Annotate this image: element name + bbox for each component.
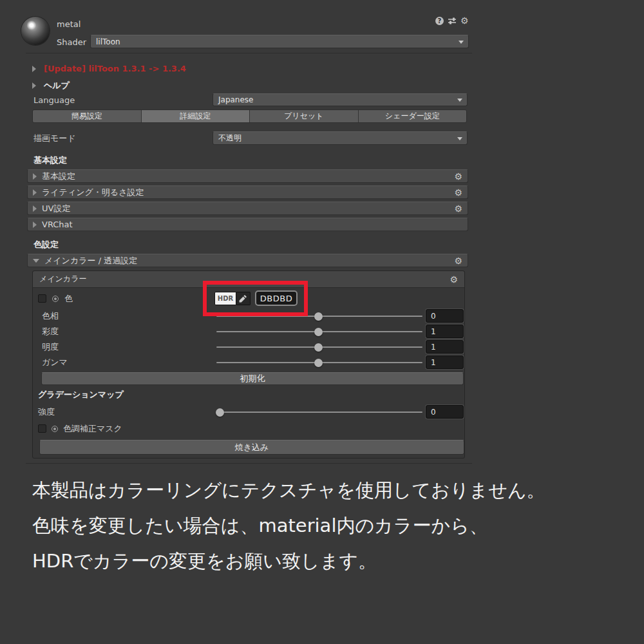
material-preview-sphere	[21, 17, 50, 45]
update-label: [Update] lilToon 1.3.1 -> 1.3.4	[44, 64, 186, 73]
hue-value-field[interactable]: 0	[426, 309, 464, 323]
brightness-value-field[interactable]: 1	[426, 340, 464, 354]
foldout-arrow-icon	[33, 173, 37, 180]
texture-slot-icon[interactable]	[52, 296, 59, 302]
texture-slot-icon[interactable]	[52, 426, 58, 432]
foldout-uv-settings[interactable]: UV設定 ⚙	[27, 202, 468, 215]
saturation-value-field[interactable]: 1	[426, 325, 464, 338]
saturation-slider[interactable]	[216, 324, 422, 339]
settings-tab-bar: 簡易設定 詳細設定 プリセット シェーダー設定	[32, 109, 467, 123]
slider-thumb[interactable]	[314, 328, 323, 336]
language-dropdown[interactable]: Japanese	[213, 93, 468, 106]
material-name: metal	[57, 20, 80, 28]
reset-button[interactable]: 初期化	[41, 372, 464, 385]
foldout-label: VRChat	[42, 220, 73, 229]
slider-label: 明度	[42, 343, 59, 351]
tab-shader-settings[interactable]: シェーダー設定	[359, 110, 467, 122]
slider-thumb[interactable]	[314, 359, 323, 367]
slider-track[interactable]	[216, 412, 422, 413]
color-checkbox[interactable]	[38, 294, 46, 303]
render-mode-dropdown-value: 不透明	[218, 133, 242, 144]
slider-thumb[interactable]	[314, 343, 323, 352]
brightness-slider-row: 明度 1	[42, 339, 464, 355]
shader-dropdown[interactable]: lilToon	[90, 35, 469, 48]
slider-label: ガンマ	[42, 358, 68, 366]
slider-thumb[interactable]	[314, 312, 323, 321]
foldout-expanded-arrow-icon	[33, 259, 39, 263]
foldout-arrow-icon	[32, 66, 36, 72]
slider-value: 0	[431, 408, 436, 417]
color-row: 色	[38, 294, 73, 303]
gear-icon[interactable]: ⚙	[454, 256, 462, 265]
foldout-lighting-settings[interactable]: ライティング・明るさ設定 ⚙	[27, 185, 468, 199]
slider-value: 1	[431, 358, 436, 367]
note-line-1: 本製品はカラーリングにテクスチャを使用しておりません。	[32, 481, 545, 500]
foldout-vrchat[interactable]: VRChat	[27, 218, 468, 231]
note-line-3: HDRでカラーの変更をお願い致します。	[32, 552, 377, 571]
header-divider	[26, 53, 472, 53]
chevron-down-icon	[457, 137, 462, 140]
foldout-label: 基本設定	[42, 171, 75, 182]
help-foldout[interactable]: ヘルプ	[32, 80, 70, 91]
gear-icon[interactable]: ⚙	[454, 172, 462, 181]
slider-value: 0	[431, 312, 436, 321]
screenshot-root: metal ? ⚙ Shader lilToon [Update] lilToo…	[0, 0, 644, 644]
language-label: Language	[33, 96, 75, 104]
mask-row: 色調補正マスク	[38, 424, 122, 433]
slider-label: 彩度	[42, 327, 59, 336]
bake-button[interactable]: 焼き込み	[39, 440, 464, 455]
slider-label: 色相	[42, 312, 59, 320]
gamma-slider[interactable]	[216, 355, 422, 370]
render-mode-label: 描画モード	[33, 134, 76, 142]
tab-advanced-settings[interactable]: 詳細設定	[142, 110, 251, 122]
chevron-down-icon	[457, 99, 462, 102]
saturation-slider-row: 彩度 1	[42, 324, 464, 339]
slider-value: 1	[431, 343, 436, 352]
gradient-map-title: グラデーションマップ	[38, 390, 124, 399]
mask-checkbox[interactable]	[38, 424, 46, 433]
annotation-highlight-box	[203, 281, 308, 316]
bake-button-label: 焼き込み	[235, 442, 269, 453]
update-foldout[interactable]: [Update] lilToon 1.3.1 -> 1.3.4	[32, 64, 186, 73]
foldout-arrow-icon	[33, 205, 37, 212]
strength-slider-row: 強度 0	[38, 404, 464, 420]
gear-icon[interactable]: ⚙	[454, 188, 462, 197]
header-icon-group: ? ⚙	[435, 16, 469, 25]
tab-simple-settings[interactable]: 簡易設定	[33, 110, 142, 122]
slider-label: 強度	[38, 408, 55, 416]
chevron-down-icon	[459, 41, 464, 44]
inspector-bottom-divider	[26, 463, 472, 464]
strength-slider[interactable]	[216, 404, 422, 420]
slider-thumb[interactable]	[216, 408, 224, 417]
tab-presets[interactable]: プリセット	[250, 110, 359, 122]
reset-button-label: 初期化	[240, 373, 265, 384]
brightness-slider[interactable]	[216, 339, 422, 355]
mask-label: 色調補正マスク	[63, 424, 122, 433]
foldout-arrow-icon	[32, 82, 36, 89]
gamma-value-field[interactable]: 1	[426, 355, 464, 369]
foldout-arrow-icon	[33, 189, 37, 196]
slider-value: 1	[431, 327, 436, 336]
panel-title: メインカラー	[39, 274, 86, 285]
foldout-base-settings[interactable]: 基本設定 ⚙	[27, 169, 468, 183]
foldout-label: UV設定	[42, 203, 70, 214]
shader-dropdown-value: lilToon	[96, 37, 120, 46]
render-mode-dropdown[interactable]: 不透明	[213, 131, 468, 145]
color-section-title: 色設定	[33, 240, 59, 249]
foldout-arrow-icon	[33, 222, 37, 228]
language-dropdown-value: Japanese	[218, 95, 254, 104]
preset-icon[interactable]	[448, 17, 457, 25]
strength-value-field[interactable]: 0	[426, 405, 464, 419]
gear-icon[interactable]: ⚙	[450, 275, 458, 284]
gear-icon[interactable]: ⚙	[454, 204, 462, 213]
color-label: 色	[64, 294, 73, 303]
shader-label: Shader	[57, 38, 86, 46]
help-icon[interactable]: ?	[435, 17, 444, 25]
gear-icon[interactable]: ⚙	[460, 16, 469, 25]
foldout-label: ライティング・明るさ設定	[42, 187, 144, 198]
help-label: ヘルプ	[44, 80, 70, 91]
note-line-2: 色味を変更したい場合は、material内のカラーから、	[32, 516, 488, 535]
base-section-title: 基本設定	[33, 156, 67, 164]
foldout-label: メインカラー / 透過設定	[44, 255, 137, 267]
foldout-main-color[interactable]: メインカラー / 透過設定 ⚙	[27, 254, 468, 267]
